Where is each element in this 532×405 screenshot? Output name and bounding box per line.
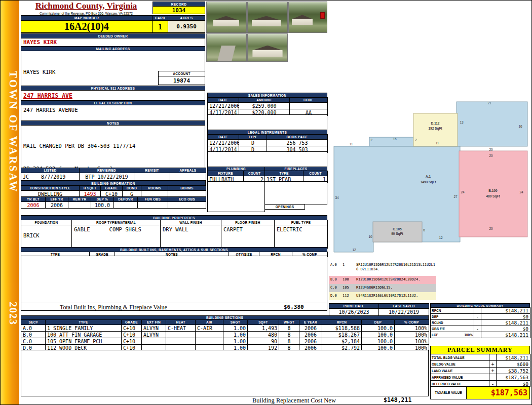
- sketch-connector-strip: [369, 137, 414, 146]
- sale-amount: $259,000: [239, 103, 290, 109]
- commissioner-line: Commissioner of the Revenue, PO Box 366,…: [21, 12, 151, 15]
- sketch-dim: 11: [350, 142, 353, 146]
- dep-value: 100.0: [91, 202, 114, 209]
- legend-path: R12U10R15D6R12U3SR20U24L20D24.: [356, 277, 435, 282]
- bs-cell: 1.00: [223, 338, 248, 345]
- red-sign: [320, 12, 325, 19]
- sketch-section-b: [459, 151, 527, 237]
- sketch-legend-row-d: D.0 112 U34R11U2R16SL6U10R17D12L11U2.: [329, 292, 436, 300]
- last-saved-value: 10/22/2019: [379, 309, 429, 316]
- bs-cell: C+10: [122, 338, 142, 345]
- map-number-value: 16A2(10)4: [21, 20, 153, 33]
- sketch-dim: 10: [368, 235, 372, 238]
- building-properties-table: FOUNDATION ROOF TYPE/MATERIAL WALL FINIS…: [21, 220, 328, 249]
- bs-cell: 480: [248, 332, 279, 338]
- sketch-dim: 2: [415, 138, 417, 142]
- sketch-dim: 34: [335, 196, 339, 199]
- building-sections-empty-area: [21, 350, 429, 396]
- sales-empty-area: [207, 114, 327, 130]
- vs-value: $148,211: [481, 320, 530, 326]
- sketch-dim: 12: [439, 236, 443, 239]
- bs-cell: 100%: [395, 338, 429, 345]
- col-bdrms: BDRMS: [168, 186, 206, 191]
- vs-op: [474, 320, 481, 326]
- replacement-cost-value: $148,211: [384, 396, 411, 403]
- bs-cell: 100.0: [362, 332, 395, 338]
- bs-cell: C+10: [122, 325, 142, 332]
- replacement-cost-label: Building Replacement Cost New: [252, 397, 336, 404]
- building-value-summary-table: RPCN $148,211 DEP - $0 RCLND $148,211 OB…: [430, 307, 530, 338]
- ps-value: $187,563: [497, 374, 530, 381]
- legend-sec: D.0: [330, 294, 343, 298]
- vs-label-text: LCF: [432, 333, 438, 337]
- openings-label: OPENINGS: [264, 204, 305, 210]
- ps-op: +: [489, 368, 497, 374]
- sales-table: DATE AMOUNT CODE 12/21/2006 $259,000 4/1…: [207, 97, 328, 116]
- sketch-legend-row-a: A.0 1 SR12U10R15D6R12U27R20U16L21D13L11U…: [329, 261, 436, 276]
- built-ins-empty-area: [21, 256, 327, 303]
- ps-value: $148,211: [497, 354, 530, 361]
- bs-cell: 8: [279, 325, 299, 332]
- bs-cell: 2006: [299, 332, 322, 338]
- parcel-summary-table: TOTAL BLDG VALUE $148,211 OBLDG VALUE + …: [430, 354, 530, 387]
- bs-cell: 2006: [299, 325, 322, 332]
- col-cond: COND: [123, 186, 141, 191]
- bs-cell: 105 OPEN FRAME PCH: [46, 338, 122, 345]
- li-type: D: [239, 140, 267, 146]
- col-appeals: APPEALS: [170, 168, 206, 173]
- table-row: RPCN $148,211: [431, 308, 530, 314]
- sketch-dim: 20: [489, 154, 493, 157]
- fuel-type-value: ELECTRIC: [275, 225, 328, 249]
- legend-num: 1: [343, 263, 356, 267]
- bs-col: % COMP: [395, 320, 429, 325]
- col-print-date: PRINT DATE: [329, 304, 379, 309]
- property-sketch: D.112 192 SqFt A.1 1493 SqFt B.100 480 S…: [329, 94, 531, 261]
- legend-sec: C.0: [330, 286, 343, 290]
- ecoobs-value: [168, 202, 206, 209]
- plumbing-empty-area: [207, 181, 265, 212]
- taxable-value-label: TAXABLE VALUE: [430, 386, 467, 399]
- bs-cell: [142, 338, 166, 345]
- bs-col: RPCN: [322, 320, 362, 325]
- ps-label: LAND VALUE: [431, 368, 489, 374]
- li-bookpage: 256 753: [267, 140, 328, 146]
- col-type: TYPE: [265, 171, 303, 176]
- built-ins-total-label: Total Built Ins, Plumbing & Fireplace Va…: [60, 304, 167, 311]
- bs-cell: 8: [279, 338, 299, 345]
- col-date: DATE: [208, 135, 239, 140]
- table-row: TOTAL BLDG VALUE $148,211: [431, 354, 530, 361]
- bs-cell: C-AIR: [196, 325, 223, 332]
- bs-col: HEAT: [166, 320, 196, 325]
- col-fuel: FUEL TYPE: [275, 220, 328, 225]
- vs-value: $0: [481, 326, 530, 332]
- sketch-sqft-b: 480 SqFt: [486, 194, 500, 198]
- sketch-sqft-a: 1493 SqFt: [421, 180, 437, 184]
- col-listed: LISTED: [21, 168, 80, 173]
- bs-cell: 100%: [395, 332, 429, 338]
- account-value: 19874: [158, 76, 205, 85]
- property-photo: [288, 2, 327, 33]
- bs-cell: C+10: [122, 332, 142, 338]
- vs-label-text: OBS F/E: [432, 327, 445, 331]
- bs-col: TYPE: [46, 320, 122, 325]
- table-row: DEP - $0: [431, 314, 530, 320]
- bs-col: DEP: [362, 320, 395, 325]
- col-rooms: ROOMS: [141, 186, 168, 191]
- vs-op: -: [474, 314, 481, 320]
- parcel-summary-title: PARCEL SUMMARY: [430, 346, 530, 354]
- sketch-dim: 20: [489, 148, 493, 151]
- sketch-label-d: D.112: [431, 122, 440, 125]
- vs-label: RPCN: [431, 308, 474, 314]
- table-row: 2006 2006 100.0: [21, 202, 206, 209]
- sidebar-town-title: TOWN OF WARSAW: [1, 46, 19, 218]
- wall-finish-value: DRY WALL: [161, 225, 221, 249]
- bs-cell: [196, 338, 223, 345]
- taxable-value: $187,563: [466, 386, 530, 399]
- col-last-saved: LAST SAVED: [379, 304, 429, 309]
- vs-label: OBS F/E: [431, 326, 474, 332]
- col-count: COUNT: [303, 171, 328, 176]
- card-value: 1: [152, 20, 168, 33]
- table-row: RCLND $148,211: [431, 320, 530, 326]
- foundation-value: BRICK: [21, 225, 72, 249]
- vs-value: $148,211: [481, 332, 530, 338]
